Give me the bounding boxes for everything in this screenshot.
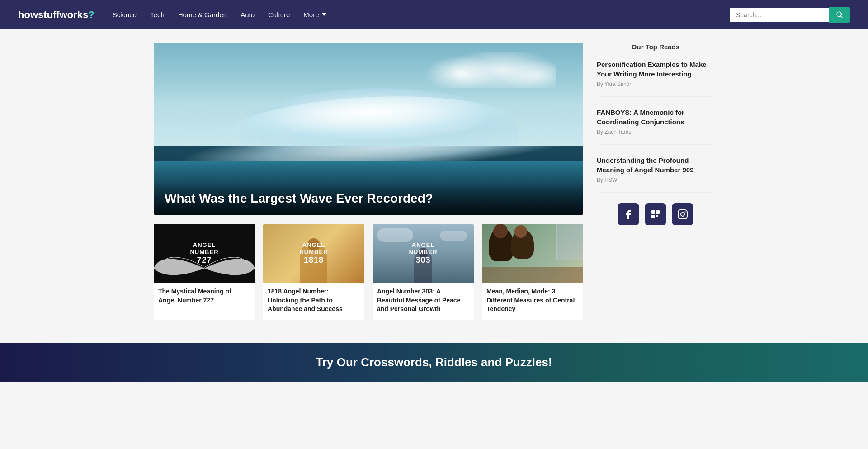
window-light bbox=[556, 224, 583, 260]
header-line-left bbox=[597, 47, 628, 47]
article-card-mean[interactable]: Mean, Median, Mode: 3 Different Measures… bbox=[482, 224, 583, 320]
card-image-727: ANGEL NUMBER 727 bbox=[154, 224, 255, 283]
craft-bg bbox=[482, 224, 583, 283]
nav-auto[interactable]: Auto bbox=[241, 11, 255, 19]
person2-head bbox=[514, 225, 527, 238]
page-content: What Was the Largest Wave Ever Recorded? bbox=[145, 29, 723, 334]
flipboard-icon[interactable] bbox=[645, 203, 666, 225]
read-item-1[interactable]: FANBOYS: A Mnemonic for Coordinating Con… bbox=[597, 108, 714, 145]
card-image-303: ANGEL NUMBER 303 bbox=[373, 224, 474, 283]
read-title-2: Understanding the Profound Meaning of An… bbox=[597, 156, 714, 175]
read-author-2: By HSW bbox=[597, 177, 714, 183]
read-author-0: By Yara Simón bbox=[597, 81, 714, 87]
footer-banner[interactable]: Try Our Crosswords, Riddles and Puzzles! bbox=[0, 343, 868, 382]
nav-culture[interactable]: Culture bbox=[268, 11, 290, 19]
card-title-727: The Mystical Meaning of Angel Number 727 bbox=[154, 283, 255, 311]
read-item-2[interactable]: Understanding the Profound Meaning of An… bbox=[597, 156, 714, 193]
angel-727-bg: ANGEL NUMBER 727 bbox=[154, 224, 255, 283]
nav-more[interactable]: More bbox=[303, 11, 326, 19]
top-reads-title: Our Top Reads bbox=[632, 43, 679, 51]
main-column: What Was the Largest Wave Ever Recorded? bbox=[154, 43, 583, 320]
card-title-mean: Mean, Median, Mode: 3 Different Measures… bbox=[482, 283, 583, 320]
site-logo[interactable]: howstuffworks? bbox=[18, 9, 94, 21]
svg-rect-2 bbox=[651, 215, 655, 218]
search-bar bbox=[730, 7, 850, 23]
svg-rect-1 bbox=[656, 210, 660, 214]
person1-head bbox=[493, 224, 508, 238]
header-line-right bbox=[683, 47, 714, 47]
table-surface bbox=[482, 267, 583, 283]
card-image-1818: ANGEL NUMBER 1818 bbox=[263, 224, 364, 283]
hero-title: What Was the Largest Wave Ever Recorded? bbox=[165, 191, 572, 206]
hero-article[interactable]: What Was the Largest Wave Ever Recorded? bbox=[154, 43, 583, 215]
hero-clouds bbox=[420, 52, 556, 88]
card-title-303: Angel Number 303: A Beautiful Message of… bbox=[373, 283, 474, 320]
search-button[interactable] bbox=[829, 7, 850, 23]
nav-links: Science Tech Home & Garden Auto Culture … bbox=[113, 11, 326, 19]
card-image-mean bbox=[482, 224, 583, 283]
search-icon bbox=[835, 11, 844, 19]
nav-science[interactable]: Science bbox=[113, 11, 137, 19]
article-card-727[interactable]: ANGEL NUMBER 727 The Mystical Meaning of… bbox=[154, 224, 255, 320]
article-grid: ANGEL NUMBER 727 The Mystical Meaning of… bbox=[154, 224, 583, 320]
article-card-1818[interactable]: ANGEL NUMBER 1818 1818 Angel Number: Unl… bbox=[263, 224, 364, 320]
read-title-0: Personification Examples to Make Your Wr… bbox=[597, 60, 714, 79]
angel-303-label: ANGEL NUMBER 303 bbox=[398, 241, 448, 265]
article-card-303[interactable]: ANGEL NUMBER 303 Angel Number 303: A Bea… bbox=[373, 224, 474, 320]
read-title-1: FANBOYS: A Mnemonic for Coordinating Con… bbox=[597, 108, 714, 127]
top-reads-header: Our Top Reads bbox=[597, 43, 714, 51]
hero-overlay: What Was the Largest Wave Ever Recorded? bbox=[154, 182, 583, 215]
chevron-down-icon bbox=[322, 13, 326, 16]
angel-1818-label: ANGEL NUMBER 1818 bbox=[288, 241, 339, 265]
card-title-1818: 1818 Angel Number: Unlocking the Path to… bbox=[263, 283, 364, 320]
read-author-1: By Zach Taras bbox=[597, 129, 714, 135]
cloud-2 bbox=[440, 231, 467, 241]
footer-banner-text: Try Our Crosswords, Riddles and Puzzles! bbox=[316, 355, 552, 369]
navbar: howstuffworks? Science Tech Home & Garde… bbox=[0, 0, 868, 29]
search-input[interactable] bbox=[730, 8, 829, 22]
facebook-icon[interactable] bbox=[618, 203, 639, 225]
angel-727-label: ANGEL NUMBER 727 bbox=[179, 241, 230, 265]
sidebar: Our Top Reads Personification Examples t… bbox=[597, 43, 714, 320]
instagram-icon[interactable] bbox=[672, 203, 693, 225]
nav-tech[interactable]: Tech bbox=[150, 11, 165, 19]
read-item-0[interactable]: Personification Examples to Make Your Wr… bbox=[597, 60, 714, 97]
svg-rect-0 bbox=[651, 210, 655, 214]
nav-home-garden[interactable]: Home & Garden bbox=[178, 11, 227, 19]
cloud-1 bbox=[377, 228, 413, 242]
social-icons-row bbox=[597, 203, 714, 225]
svg-rect-3 bbox=[678, 210, 687, 219]
